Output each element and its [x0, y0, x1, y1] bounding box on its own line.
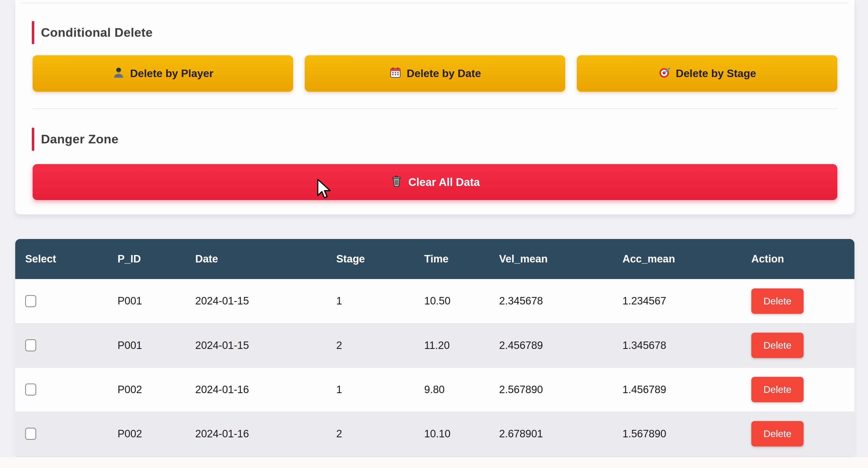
column-header-acc-mean: Acc_mean	[613, 239, 741, 279]
cell-vel-mean: 2.345678	[489, 279, 613, 323]
table-row: P001 2024-01-15 2 11.20 2.456789 1.34567…	[15, 323, 855, 367]
delete-by-date-label: Delete by Date	[407, 67, 481, 79]
panel-top-divider	[21, 3, 848, 3]
column-header-action: Action	[741, 239, 855, 279]
cell-p-id: P002	[107, 412, 185, 456]
row-delete-button[interactable]: Delete	[751, 289, 804, 314]
clear-all-data-button[interactable]: Clear All Data	[33, 164, 837, 200]
player-icon	[112, 66, 125, 81]
cell-vel-mean: 2.567890	[489, 367, 613, 412]
table-header-row: Select P_ID Date Stage Time Vel_mean Acc…	[15, 239, 855, 279]
cell-time: 10.10	[414, 412, 489, 456]
row-select-checkbox[interactable]	[25, 295, 36, 307]
cell-date: 2024-01-16	[185, 367, 326, 412]
cell-p-id: P002	[107, 367, 185, 412]
cell-date: 2024-01-16	[185, 412, 326, 456]
row-select-checkbox[interactable]	[25, 428, 36, 440]
cell-p-id: P001	[107, 279, 185, 323]
cell-stage: 1	[326, 279, 414, 323]
cell-time: 11.20	[414, 323, 489, 367]
section-title-conditional-delete: Conditional Delete	[41, 25, 153, 40]
bottom-background-strip	[0, 457, 868, 468]
table-row: P002 2024-01-16 2 10.10 2.678901 1.56789…	[15, 412, 855, 456]
column-header-time: Time	[414, 239, 489, 279]
row-select-checkbox[interactable]	[25, 383, 36, 396]
cell-acc-mean: 1.456789	[613, 367, 741, 412]
section-title-danger-zone: Danger Zone	[41, 132, 119, 146]
target-icon	[658, 66, 671, 81]
row-delete-button[interactable]: Delete	[751, 421, 804, 446]
calendar-icon	[389, 66, 402, 81]
section-accent-bar	[32, 21, 34, 44]
results-table: Select P_ID Date Stage Time Vel_mean Acc…	[15, 239, 855, 456]
cell-vel-mean: 2.456789	[489, 323, 613, 367]
delete-by-date-button[interactable]: Delete by Date	[305, 55, 565, 92]
cell-p-id: P001	[107, 323, 185, 367]
cell-date: 2024-01-15	[185, 323, 326, 367]
row-delete-button[interactable]: Delete	[751, 377, 804, 402]
cell-date: 2024-01-15	[185, 279, 326, 323]
cell-acc-mean: 1.345678	[613, 323, 741, 367]
cell-acc-mean: 1.234567	[613, 279, 741, 323]
row-select-checkbox[interactable]	[25, 339, 36, 352]
trash-icon	[390, 175, 403, 190]
column-header-date: Date	[185, 239, 326, 279]
delete-by-stage-button[interactable]: Delete by Stage	[577, 55, 837, 92]
cell-time: 9.80	[414, 367, 489, 412]
cell-acc-mean: 1.567890	[613, 412, 741, 456]
clear-all-data-label: Clear All Data	[408, 176, 480, 189]
delete-management-panel: Conditional Delete Delete by Player	[15, 0, 855, 214]
cell-time: 10.50	[414, 279, 489, 323]
section-divider	[33, 108, 837, 109]
table-row: P002 2024-01-16 1 9.80 2.567890 1.456789…	[15, 367, 855, 412]
delete-by-player-button[interactable]: Delete by Player	[33, 55, 293, 92]
cell-stage: 2	[326, 412, 414, 456]
cell-stage: 1	[326, 367, 414, 412]
delete-by-player-label: Delete by Player	[130, 67, 213, 79]
conditional-delete-button-row: Delete by Player Delete by Date	[33, 55, 837, 92]
table-row: P001 2024-01-15 1 10.50 2.345678 1.23456…	[15, 279, 855, 323]
delete-by-stage-label: Delete by Stage	[676, 67, 756, 79]
cell-stage: 2	[326, 323, 414, 367]
column-header-select: Select	[15, 239, 107, 279]
danger-zone-section-header: Danger Zone	[32, 128, 119, 151]
column-header-vel-mean: Vel_mean	[489, 239, 613, 279]
cell-vel-mean: 2.678901	[489, 412, 613, 456]
column-header-p-id: P_ID	[107, 239, 185, 279]
section-accent-bar	[32, 128, 34, 151]
column-header-stage: Stage	[326, 239, 414, 279]
row-delete-button[interactable]: Delete	[751, 333, 804, 358]
conditional-delete-section-header: Conditional Delete	[32, 21, 153, 44]
